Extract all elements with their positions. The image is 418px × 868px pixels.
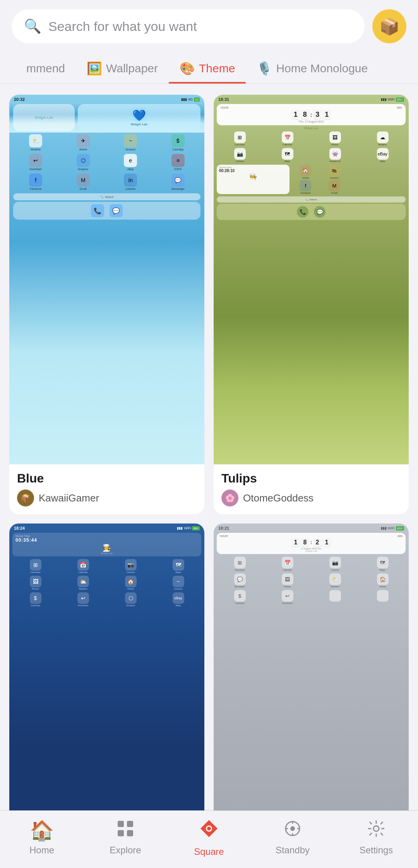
app-icon-weather: ⛅ Weather bbox=[13, 134, 58, 151]
monologue-icon: 🎙️ bbox=[257, 61, 272, 76]
header: 🔍 Search for what you want 📦 bbox=[0, 0, 418, 43]
gray-clock-widget: HOURMIN 1 8 : 2 1 17 August 2023 Thu Wid… bbox=[217, 533, 406, 554]
app-icon-messenger: 💬 Messenger bbox=[156, 174, 201, 190]
app-icon-airbnb: ✈ Airbnb bbox=[61, 134, 106, 151]
theme-info-blue: Blue 📦 KawaiiGamer bbox=[9, 464, 204, 514]
author-avatar-blue: 📦 bbox=[17, 489, 34, 506]
theme-card-tulips[interactable]: 18:31 ▮▮▮WiFi5G+ HOURMIN 1 8 : 3 1 Thu, … bbox=[214, 95, 409, 514]
theme-card-blue[interactable]: 20:32 ▮▮▮4G12 Widget Lab 💙 Widget Lab ⛅ bbox=[9, 95, 204, 514]
green-dock-phone: 📞 bbox=[297, 206, 308, 218]
status-icons-gray: ▮▮▮WiFi4G+ bbox=[381, 526, 404, 530]
theme-info-tulips: Tulips 🌸 OtomeGoddess bbox=[214, 464, 409, 514]
theme-grid: 20:32 ▮▮▮4G12 Widget Lab 💙 Widget Lab ⛅ bbox=[0, 84, 418, 868]
theme-preview-tulips: 18:31 ▮▮▮WiFi5G+ HOURMIN 1 8 : 3 1 Thu, … bbox=[214, 95, 409, 464]
tab-wallpaper[interactable]: 🖼️ Wallpaper bbox=[76, 53, 169, 84]
app-icon-espn: ≡ ESPN bbox=[156, 154, 201, 171]
green-search-bar: 🔍Search bbox=[217, 196, 406, 203]
dock-phone-icon: 📞 bbox=[91, 204, 104, 217]
nav-item-explore[interactable]: Explore bbox=[102, 819, 149, 856]
settings-icon bbox=[367, 819, 385, 842]
theme-title-tulips: Tulips bbox=[221, 471, 401, 486]
theme-preview-blue: 20:32 ▮▮▮4G12 Widget Lab 💙 Widget Lab ⛅ bbox=[9, 95, 204, 464]
b2-timer-widget: Dinner Time 00:35:44 🧑‍🍳 Widget Lab bbox=[12, 533, 201, 556]
status-time-tulips: 18:31 bbox=[218, 97, 229, 102]
search-bar[interactable]: 🔍 Search for what you want bbox=[12, 9, 365, 43]
svg-point-5 bbox=[207, 827, 211, 830]
gray-icons-row1: ⊞Calculator 📅Calendar 📷Camera 🗺Maps bbox=[214, 556, 409, 572]
tulips-clock-widget: HOURMIN 1 8 : 3 1 Thu, 17 August 2023 bbox=[217, 104, 406, 125]
app-icon-dropbox: ⬡ Dropbox bbox=[61, 154, 106, 171]
search-icon: 🔍 bbox=[24, 18, 41, 34]
nav-label-home: Home bbox=[29, 845, 54, 856]
svg-rect-2 bbox=[118, 830, 124, 836]
author-avatar-tulips: 🌸 bbox=[221, 489, 238, 506]
search-placeholder: Search for what you want bbox=[48, 19, 197, 34]
green-dock: 📞 💬 bbox=[217, 204, 406, 220]
green-icons-row2: 📷Camera 🗺Maps 👾Among Us! eBayeBay bbox=[214, 147, 409, 164]
avatar[interactable]: 📦 bbox=[372, 9, 406, 43]
svg-rect-1 bbox=[127, 821, 133, 827]
theme-icon: 🎨 bbox=[180, 61, 195, 76]
theme-author-tulips: 🌸 OtomeGoddess bbox=[221, 489, 401, 506]
green-dock-messages: 💬 bbox=[314, 206, 325, 218]
app-icon-facebook: f Facebook bbox=[13, 174, 58, 190]
green-timer-row: Dinner Time 00:28:10 🧑‍🍳 🏠Airbnb 🛍Amazon… bbox=[214, 164, 409, 195]
app-icon-ebay: e eBay bbox=[108, 154, 153, 171]
gray-icons-row2: 💬Messages 🖼Photos ⛅Weather 🏠Airbnb bbox=[214, 572, 409, 589]
app-icon-linkedin: in LinkedIn bbox=[108, 174, 153, 190]
svg-rect-3 bbox=[127, 830, 133, 836]
app-icon-cashapp: $ CashApp bbox=[156, 134, 201, 151]
blue-dock: 📞 💬 bbox=[13, 202, 200, 220]
square-icon bbox=[198, 818, 220, 843]
nav-item-home[interactable]: 🏠 Home bbox=[19, 819, 65, 856]
nav-item-square[interactable]: Square bbox=[186, 818, 232, 857]
wallpaper-icon: 🖼️ bbox=[87, 61, 102, 76]
app-icon-amazon: ~ Amazon bbox=[108, 134, 153, 151]
green-icons-row1: ⊞Calculator 📅Calendar 🖼Photos ☁Weather bbox=[214, 130, 409, 147]
tab-home-monologue[interactable]: 🎙️ Home Monologue bbox=[246, 53, 379, 84]
app-icon-gmail: M Gmail bbox=[61, 174, 106, 190]
b2-icons-row2: 🖼Photos ⛅Weather 🏠Airbnb ~Amazon bbox=[9, 575, 204, 591]
nav-label-standby: Standby bbox=[276, 845, 310, 856]
explore-icon bbox=[116, 819, 135, 842]
heart-cloud-icon: 💙 bbox=[132, 109, 146, 122]
tab-theme[interactable]: 🎨 Theme bbox=[169, 53, 246, 84]
dock-messages-icon: 💬 bbox=[110, 204, 123, 217]
app-icon-doordash: ↩ DoorDash bbox=[13, 154, 58, 171]
b2-icons-row3: $CashApp ↩DoorDash ⬡Dropbox eBayeBay bbox=[9, 591, 204, 608]
nav-label-square: Square bbox=[194, 846, 224, 857]
theme-title-blue: Blue bbox=[17, 471, 197, 486]
svg-rect-0 bbox=[118, 821, 124, 827]
bottom-nav: 🏠 Home Explore Square bbox=[0, 810, 418, 868]
blue-search-bar: 🔍Search bbox=[13, 193, 200, 200]
b2-icons-row1: ⊞Calculator 📅Calendar 📷Camera 🗺Maps bbox=[9, 558, 204, 575]
nav-tabs: mmend 🖼️ Wallpaper 🎨 Theme 🎙️ Home Monol… bbox=[0, 53, 418, 84]
svg-point-7 bbox=[290, 826, 295, 831]
gray-icons-row3: $CashApp ↩DoorDash bbox=[214, 589, 409, 605]
status-time-blue2: 18:24 bbox=[14, 526, 25, 530]
status-icons-blue: ▮▮▮4G12 bbox=[181, 97, 200, 102]
status-icons-tulips: ▮▮▮WiFi5G+ bbox=[381, 97, 404, 102]
nav-item-standby[interactable]: Standby bbox=[269, 819, 316, 856]
nav-item-settings[interactable]: Settings bbox=[353, 819, 399, 856]
status-icons-blue2: ▮▮▮WiFi48+ bbox=[177, 526, 200, 530]
theme-author-blue: 📦 KawaiiGamer bbox=[17, 489, 197, 506]
tab-recommend[interactable]: mmend bbox=[12, 53, 76, 83]
standby-icon bbox=[283, 819, 302, 842]
tulips-widget-lab: Widget Lab bbox=[214, 127, 409, 130]
status-time-gray: 18:21 bbox=[218, 526, 229, 530]
status-time-blue: 20:32 bbox=[14, 97, 25, 102]
nav-label-explore: Explore bbox=[110, 845, 141, 856]
widget-lab-heart: 💙 Widget Lab bbox=[78, 104, 200, 131]
nav-label-settings: Settings bbox=[360, 845, 393, 856]
svg-point-12 bbox=[373, 826, 379, 831]
home-icon: 🏠 bbox=[30, 819, 54, 842]
widget-lab-left: Widget Lab bbox=[13, 104, 75, 131]
